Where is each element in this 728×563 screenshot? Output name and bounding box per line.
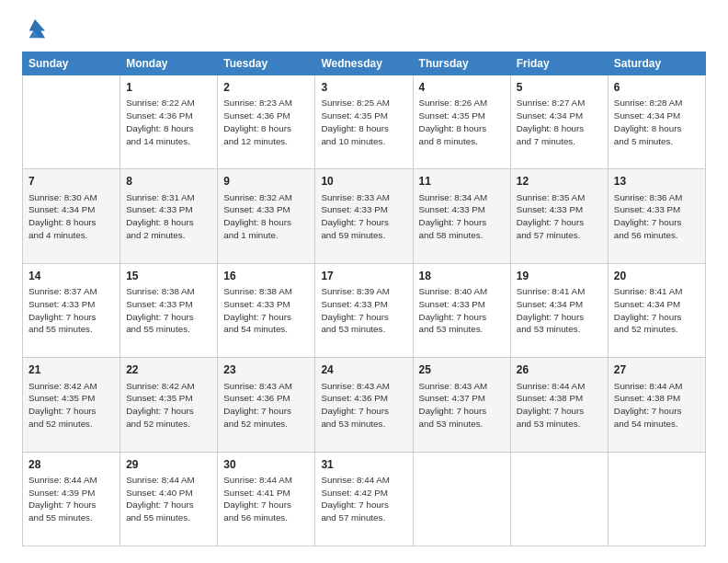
- day-info: Sunrise: 8:44 AM Sunset: 4:42 PM Dayligh…: [321, 474, 406, 524]
- day-info: Sunrise: 8:34 AM Sunset: 4:33 PM Dayligh…: [419, 191, 505, 242]
- day-number: 21: [28, 362, 114, 378]
- calendar-header-row: SundayMondayTuesdayWednesdayThursdayFrid…: [23, 52, 706, 75]
- day-info: Sunrise: 8:42 AM Sunset: 4:35 PM Dayligh…: [126, 380, 211, 431]
- calendar-day-cell: 2Sunrise: 8:23 AM Sunset: 4:36 PM Daylig…: [218, 75, 315, 169]
- calendar-day-cell: 9Sunrise: 8:32 AM Sunset: 4:33 PM Daylig…: [218, 169, 315, 263]
- day-info: Sunrise: 8:43 AM Sunset: 4:36 PM Dayligh…: [321, 380, 406, 431]
- day-info: Sunrise: 8:41 AM Sunset: 4:34 PM Dayligh…: [517, 285, 602, 336]
- day-info: Sunrise: 8:38 AM Sunset: 4:33 PM Dayligh…: [223, 285, 309, 336]
- day-number: 28: [28, 457, 114, 473]
- calendar-day-header: Thursday: [413, 52, 510, 75]
- day-number: 20: [614, 269, 700, 284]
- calendar-day-cell: 31Sunrise: 8:44 AM Sunset: 4:42 PM Dayli…: [315, 452, 413, 546]
- day-info: Sunrise: 8:43 AM Sunset: 4:37 PM Dayligh…: [419, 380, 505, 431]
- day-info: Sunrise: 8:39 AM Sunset: 4:33 PM Dayligh…: [321, 285, 406, 336]
- day-info: Sunrise: 8:42 AM Sunset: 4:35 PM Dayligh…: [28, 380, 114, 431]
- calendar-day-cell: 20Sunrise: 8:41 AM Sunset: 4:34 PM Dayli…: [608, 263, 705, 357]
- day-info: Sunrise: 8:30 AM Sunset: 4:34 PM Dayligh…: [28, 191, 114, 242]
- calendar-day-cell: 17Sunrise: 8:39 AM Sunset: 4:33 PM Dayli…: [315, 263, 413, 357]
- calendar-day-cell: 12Sunrise: 8:35 AM Sunset: 4:33 PM Dayli…: [510, 169, 608, 263]
- calendar-day-cell: [413, 452, 510, 546]
- day-info: Sunrise: 8:38 AM Sunset: 4:33 PM Dayligh…: [126, 285, 211, 336]
- calendar-day-cell: 1Sunrise: 8:22 AM Sunset: 4:36 PM Daylig…: [120, 75, 218, 169]
- logo: [22, 17, 50, 42]
- calendar-day-cell: 18Sunrise: 8:40 AM Sunset: 4:33 PM Dayli…: [413, 263, 510, 357]
- day-number: 9: [223, 174, 309, 190]
- calendar-day-cell: 22Sunrise: 8:42 AM Sunset: 4:35 PM Dayli…: [120, 358, 218, 452]
- calendar-day-cell: 28Sunrise: 8:44 AM Sunset: 4:39 PM Dayli…: [23, 452, 120, 546]
- day-number: 7: [28, 174, 114, 190]
- day-info: Sunrise: 8:37 AM Sunset: 4:33 PM Dayligh…: [28, 285, 114, 336]
- calendar-day-cell: 25Sunrise: 8:43 AM Sunset: 4:37 PM Dayli…: [413, 358, 510, 452]
- day-number: 14: [28, 269, 114, 284]
- day-info: Sunrise: 8:36 AM Sunset: 4:33 PM Dayligh…: [614, 191, 700, 242]
- day-number: 8: [126, 174, 211, 190]
- day-number: 24: [321, 362, 406, 378]
- calendar-day-cell: 26Sunrise: 8:44 AM Sunset: 4:38 PM Dayli…: [510, 358, 608, 452]
- calendar-day-header: Wednesday: [315, 52, 413, 75]
- calendar-day-cell: 10Sunrise: 8:33 AM Sunset: 4:33 PM Dayli…: [315, 169, 413, 263]
- day-info: Sunrise: 8:40 AM Sunset: 4:33 PM Dayligh…: [419, 285, 505, 336]
- day-number: 19: [517, 269, 602, 284]
- calendar-week-row: 14Sunrise: 8:37 AM Sunset: 4:33 PM Dayli…: [23, 263, 706, 357]
- day-info: Sunrise: 8:25 AM Sunset: 4:35 PM Dayligh…: [321, 97, 406, 147]
- day-info: Sunrise: 8:26 AM Sunset: 4:35 PM Dayligh…: [419, 97, 505, 147]
- day-info: Sunrise: 8:27 AM Sunset: 4:34 PM Dayligh…: [517, 97, 602, 147]
- calendar-day-cell: [608, 452, 705, 546]
- calendar-day-cell: 8Sunrise: 8:31 AM Sunset: 4:33 PM Daylig…: [120, 169, 218, 263]
- calendar-day-cell: 27Sunrise: 8:44 AM Sunset: 4:38 PM Dayli…: [608, 358, 705, 452]
- calendar-day-cell: 4Sunrise: 8:26 AM Sunset: 4:35 PM Daylig…: [413, 75, 510, 169]
- day-number: 4: [419, 80, 505, 96]
- day-info: Sunrise: 8:43 AM Sunset: 4:36 PM Dayligh…: [223, 380, 309, 431]
- calendar-day-cell: 30Sunrise: 8:44 AM Sunset: 4:41 PM Dayli…: [218, 452, 315, 546]
- calendar-day-cell: 5Sunrise: 8:27 AM Sunset: 4:34 PM Daylig…: [510, 75, 608, 169]
- day-number: 27: [614, 362, 700, 378]
- day-info: Sunrise: 8:33 AM Sunset: 4:33 PM Dayligh…: [321, 191, 406, 242]
- calendar-day-header: Saturday: [608, 52, 705, 75]
- day-info: Sunrise: 8:22 AM Sunset: 4:36 PM Dayligh…: [126, 97, 211, 147]
- calendar-week-row: 28Sunrise: 8:44 AM Sunset: 4:39 PM Dayli…: [23, 452, 706, 546]
- calendar-day-cell: [510, 452, 608, 546]
- day-info: Sunrise: 8:23 AM Sunset: 4:36 PM Dayligh…: [223, 97, 309, 147]
- calendar-day-cell: [23, 75, 120, 169]
- day-number: 15: [126, 269, 211, 284]
- day-number: 13: [614, 174, 700, 190]
- day-info: Sunrise: 8:44 AM Sunset: 4:38 PM Dayligh…: [614, 380, 700, 431]
- day-number: 1: [126, 80, 211, 96]
- day-info: Sunrise: 8:31 AM Sunset: 4:33 PM Dayligh…: [126, 191, 211, 242]
- calendar-day-cell: 16Sunrise: 8:38 AM Sunset: 4:33 PM Dayli…: [218, 263, 315, 357]
- day-number: 30: [223, 457, 309, 473]
- calendar-week-row: 21Sunrise: 8:42 AM Sunset: 4:35 PM Dayli…: [23, 358, 706, 452]
- day-number: 29: [126, 457, 211, 473]
- day-number: 22: [126, 362, 211, 378]
- day-number: 26: [517, 362, 602, 378]
- day-number: 6: [614, 80, 700, 96]
- day-number: 12: [517, 174, 602, 190]
- calendar-day-cell: 13Sunrise: 8:36 AM Sunset: 4:33 PM Dayli…: [608, 169, 705, 263]
- day-number: 5: [517, 80, 602, 96]
- day-number: 25: [419, 362, 505, 378]
- day-number: 23: [223, 362, 309, 378]
- day-number: 31: [321, 457, 406, 473]
- calendar-week-row: 7Sunrise: 8:30 AM Sunset: 4:34 PM Daylig…: [23, 169, 706, 263]
- calendar-day-header: Sunday: [23, 52, 120, 75]
- calendar-day-header: Tuesday: [218, 52, 315, 75]
- day-number: 3: [321, 80, 406, 96]
- calendar-day-header: Friday: [510, 52, 608, 75]
- calendar-day-cell: 21Sunrise: 8:42 AM Sunset: 4:35 PM Dayli…: [23, 358, 120, 452]
- day-info: Sunrise: 8:35 AM Sunset: 4:33 PM Dayligh…: [517, 191, 602, 242]
- calendar-day-cell: 7Sunrise: 8:30 AM Sunset: 4:34 PM Daylig…: [23, 169, 120, 263]
- day-number: 18: [419, 269, 505, 284]
- day-number: 16: [223, 269, 309, 284]
- day-number: 10: [321, 174, 406, 190]
- day-info: Sunrise: 8:32 AM Sunset: 4:33 PM Dayligh…: [223, 191, 309, 242]
- calendar-day-header: Monday: [120, 52, 218, 75]
- calendar-day-cell: 24Sunrise: 8:43 AM Sunset: 4:36 PM Dayli…: [315, 358, 413, 452]
- calendar-day-cell: 11Sunrise: 8:34 AM Sunset: 4:33 PM Dayli…: [413, 169, 510, 263]
- day-info: Sunrise: 8:28 AM Sunset: 4:34 PM Dayligh…: [614, 97, 700, 147]
- calendar-day-cell: 19Sunrise: 8:41 AM Sunset: 4:34 PM Dayli…: [510, 263, 608, 357]
- calendar-week-row: 1Sunrise: 8:22 AM Sunset: 4:36 PM Daylig…: [23, 75, 706, 169]
- day-info: Sunrise: 8:41 AM Sunset: 4:34 PM Dayligh…: [614, 285, 700, 336]
- day-info: Sunrise: 8:44 AM Sunset: 4:39 PM Dayligh…: [28, 474, 114, 524]
- day-number: 17: [321, 269, 406, 284]
